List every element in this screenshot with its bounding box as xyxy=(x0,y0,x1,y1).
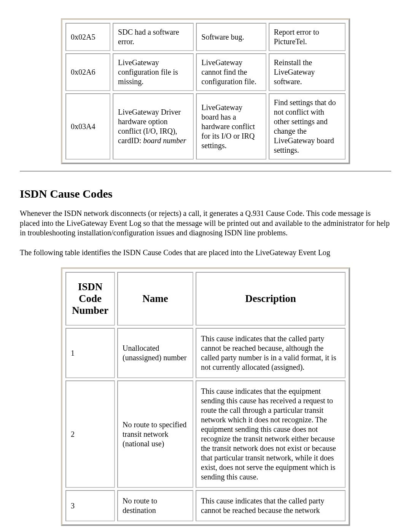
error-code-cell: 0x02A6 xyxy=(65,53,110,91)
table-row: 1 Unallocated (unassigned) number This c… xyxy=(65,328,346,378)
isdn-header-name: Name xyxy=(117,272,193,326)
error-code-table: 0x02A5 SDC had a software error. Softwar… xyxy=(63,21,348,162)
isdn-cause-code-table: ISDN Code Number Name Description 1 Unal… xyxy=(63,270,348,524)
isdn-code-cell: 3 xyxy=(65,490,115,521)
error-msg-italic: board number xyxy=(143,136,186,145)
error-cause-cell: LiveGateway board has a hardware conflic… xyxy=(196,93,266,160)
isdn-code-cell: 2 xyxy=(65,380,115,488)
section-divider xyxy=(20,171,391,171)
error-code-table-frame: 0x02A5 SDC had a software error. Softwar… xyxy=(61,18,350,164)
table-row: 2 No route to specified transit network … xyxy=(65,380,346,488)
error-action-cell: Find settings that do not conflict with … xyxy=(269,93,346,160)
isdn-desc-cell: This cause indicates that the called par… xyxy=(196,490,346,521)
error-action-cell: Report error to PictureTel. xyxy=(269,23,346,51)
section-title: ISDN Cause Codes xyxy=(20,187,391,200)
isdn-header-code: ISDN Code Number xyxy=(65,272,115,326)
isdn-desc-cell: This cause indicates that the called par… xyxy=(196,328,346,378)
table-row: 0x02A5 SDC had a software error. Softwar… xyxy=(65,23,346,51)
error-msg-cell: LiveGateway configuration file is missin… xyxy=(113,53,194,91)
isdn-table-frame: ISDN Code Number Name Description 1 Unal… xyxy=(61,267,350,526)
isdn-name-cell: No route to specified transit network (n… xyxy=(117,380,193,488)
error-cause-cell: LiveGateway cannot find the configuratio… xyxy=(196,53,266,91)
error-msg-cell: SDC had a software error. xyxy=(113,23,194,51)
table-row: 0x02A6 LiveGateway configuration file is… xyxy=(65,53,346,91)
isdn-name-cell: No route to destination xyxy=(117,490,193,521)
isdn-header-desc: Description xyxy=(196,272,346,326)
error-msg-cell: LiveGateway Driver hardware option confl… xyxy=(113,93,194,160)
table-header-row: ISDN Code Number Name Description xyxy=(65,272,346,326)
isdn-name-cell: Unallocated (unassigned) number xyxy=(117,328,193,378)
error-code-cell: 0x02A5 xyxy=(65,23,110,51)
error-action-cell: Reinstall the LiveGateway software. xyxy=(269,53,346,91)
table-row: 3 No route to destination This cause ind… xyxy=(65,490,346,521)
isdn-code-cell: 1 xyxy=(65,328,115,378)
error-code-cell: 0x03A4 xyxy=(65,93,110,160)
section-paragraph: Whenever the ISDN network disconnects (o… xyxy=(20,209,391,238)
section-paragraph: The following table identifies the ISDN … xyxy=(20,248,391,258)
table-row: 0x03A4 LiveGateway Driver hardware optio… xyxy=(65,93,346,160)
isdn-desc-cell: This cause indicates that the equipment … xyxy=(196,380,346,488)
error-cause-cell: Software bug. xyxy=(196,23,266,51)
